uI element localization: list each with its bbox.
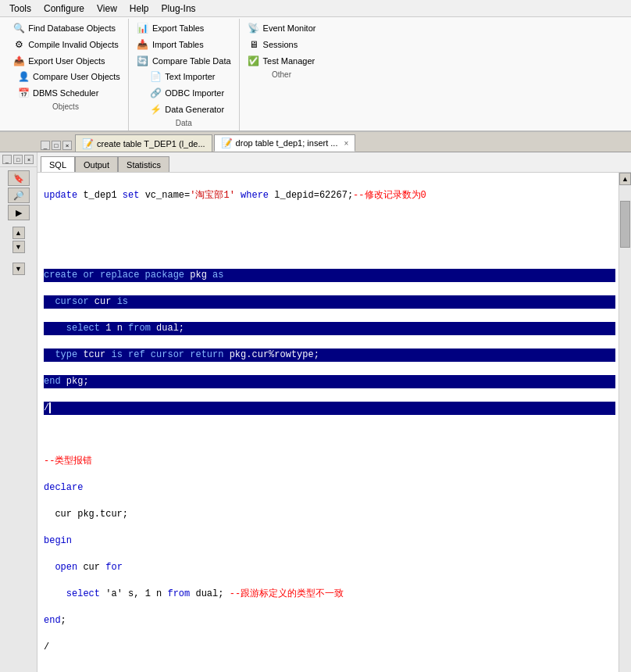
line-14: begin [44,534,615,548]
sql-tab-label: SQL [49,160,66,170]
find-db-label: Find Database Objects [28,23,116,33]
left-window-controls: _ □ × [0,152,37,167]
dbms-scheduler-label: DBMS Scheduler [33,88,98,98]
dbms-scheduler-button[interactable]: 📅 DBMS Scheduler [14,85,123,101]
scroll-up-btn[interactable]: ▲ [619,173,631,185]
line-17: end; [44,614,615,627]
compare-table-label: Compare Table Data [152,56,231,66]
compile-invalid-objects-button[interactable]: ⚙ Compile Invalid Objects [9,37,122,52]
menu-help[interactable]: Help [123,2,155,16]
tab1-label: create table T_DEP1 (l_de... [97,139,205,148]
sessions-label: Sessions [263,40,298,49]
menu-plugins[interactable]: Plug-Ins [155,2,202,16]
left-wc-maximize[interactable]: □ [13,155,23,164]
export-user-objects-button[interactable]: 📤 Export User Objects [9,53,122,69]
line-4: create or replace package pkg as [44,269,615,282]
ribbon-group-data: 📊 Export Tables 📥 Import Tables 🔄 Compar… [129,19,240,130]
event-monitor-button[interactable]: 📡 Event Monitor [244,20,319,36]
line-2 [44,216,615,229]
line-5: cursor cur is [44,295,615,309]
import-tables-button[interactable]: 📥 Import Tables [134,37,234,52]
tab-create-table[interactable]: 📝 create table T_DEP1 (l_de... [75,134,212,152]
win-minimize-btn[interactable]: _ [41,141,50,150]
left-sidebar: _ □ × 🔖 🔎 ▶ ▲ ▼ ▼ [0,152,37,672]
export-tables-button[interactable]: 📊 Export Tables [134,20,234,36]
ribbon: 🔍 Find Database Objects ⚙ Compile Invali… [0,17,631,132]
text-importer-button[interactable]: 📄 Text Importer [146,69,227,84]
tab-sql[interactable]: SQL [41,156,75,172]
line-16: select 'a' s, 1 n from dual; --跟游标定义的类型不… [44,588,615,601]
data-generator-button[interactable]: ⚡ Data Generator [146,102,227,117]
export-tables-icon: 📊 [137,22,149,34]
line-1: update t_dep1 set vc_name='淘宝部1' where l… [44,189,615,202]
line-18: / [44,641,615,654]
event-monitor-icon: 📡 [248,22,260,34]
line-8: end pkg; [44,375,615,388]
sidebar-scroll-dn1[interactable]: ▼ [12,241,25,253]
compare-user-icon: 👤 [17,70,30,83]
tab1-icon: 📝 [82,138,94,149]
sql-tabs: SQL Output Statistics [37,152,631,173]
scroll-thumb[interactable] [620,201,630,248]
export-user-icon: 📤 [12,55,25,67]
other-group-label: Other [272,69,291,80]
code-content[interactable]: update t_dep1 set vc_name='淘宝部1' where l… [37,173,619,672]
code-editor[interactable]: update t_dep1 set vc_name='淘宝部1' where l… [37,173,631,672]
compare-table-data-button[interactable]: 🔄 Compare Table Data [134,53,234,69]
line-15: open cur for [44,561,615,574]
editor-main: _ □ × 🔖 🔎 ▶ ▲ ▼ ▼ SQL Output Statistic [0,152,631,672]
sidebar-scroll: ▲ ▼ ▼ [0,223,37,278]
compare-table-icon: 🔄 [137,55,149,67]
menu-tools[interactable]: Tools [3,2,37,16]
tab-drop-table[interactable]: 📝 drop table t_dep1; insert ... × [214,134,356,152]
sessions-icon: 🖥 [248,38,260,51]
tab-statistics[interactable]: Statistics [118,156,169,172]
left-wc-close[interactable]: × [24,155,34,164]
sidebar-icon-3[interactable]: ▶ [8,205,30,220]
export-tables-label: Export Tables [152,23,204,33]
compile-label: Compile Invalid Objects [28,40,119,49]
sessions-button[interactable]: 🖥 Sessions [244,37,319,52]
sidebar-scroll-dn2[interactable]: ▼ [12,263,25,275]
test-manager-icon: ✅ [248,55,260,67]
text-importer-icon: 📄 [149,70,162,83]
win-maximize-btn[interactable]: □ [52,141,61,150]
compare-user-objects-button[interactable]: 👤 Compare User Objects [14,69,123,84]
output-tab-label: Output [84,160,109,170]
tab-output[interactable]: Output [75,156,118,172]
code-pane: update t_dep1 set vc_name='淘宝部1' where l… [37,173,631,672]
left-wc-minimize[interactable]: _ [2,155,12,164]
menu-view[interactable]: View [91,2,123,16]
line-13: cur pkg.tcur; [44,508,615,521]
odbc-importer-icon: 🔗 [149,87,162,99]
compare-user-label: Compare User Objects [33,72,120,81]
import-tables-icon: 📥 [137,38,149,51]
line-12: declare [44,481,615,495]
ribbon-group-other: 📡 Event Monitor 🖥 Sessions ✅ Test Manage… [240,19,324,130]
tab2-close-btn[interactable]: × [344,139,348,148]
compile-icon: ⚙ [12,38,25,51]
window-controls: _ □ × [37,139,75,152]
sidebar-icon-1[interactable]: 🔖 [8,170,30,186]
text-importer-label: Text Importer [165,72,215,81]
export-user-label: Export User Objects [28,56,105,66]
test-manager-button[interactable]: ✅ Test Manager [244,53,319,69]
statistics-tab-label: Statistics [127,160,161,170]
data-group-label: Data [176,117,192,129]
line-9: / [44,402,615,415]
test-manager-label: Test Manager [263,56,316,66]
tab2-icon: 📝 [221,138,233,148]
win-close-btn[interactable]: × [62,141,72,150]
menu-bar: Tools Configure View Help Plug-Ins [0,0,631,17]
odbc-importer-button[interactable]: 🔗 ODBC Importer [146,85,227,101]
data-generator-label: Data Generator [165,105,224,114]
odbc-importer-label: ODBC Importer [165,88,224,98]
line-11: --类型报错 [44,455,615,468]
find-database-objects-button[interactable]: 🔍 Find Database Objects [9,20,122,36]
scroll-track[interactable] [619,185,631,672]
menu-configure[interactable]: Configure [37,2,91,16]
sidebar-icon-2[interactable]: 🔎 [8,188,30,203]
sidebar-scroll-up[interactable]: ▲ [12,227,25,239]
import-tables-label: Import Tables [152,40,204,49]
find-db-icon: 🔍 [12,22,25,34]
